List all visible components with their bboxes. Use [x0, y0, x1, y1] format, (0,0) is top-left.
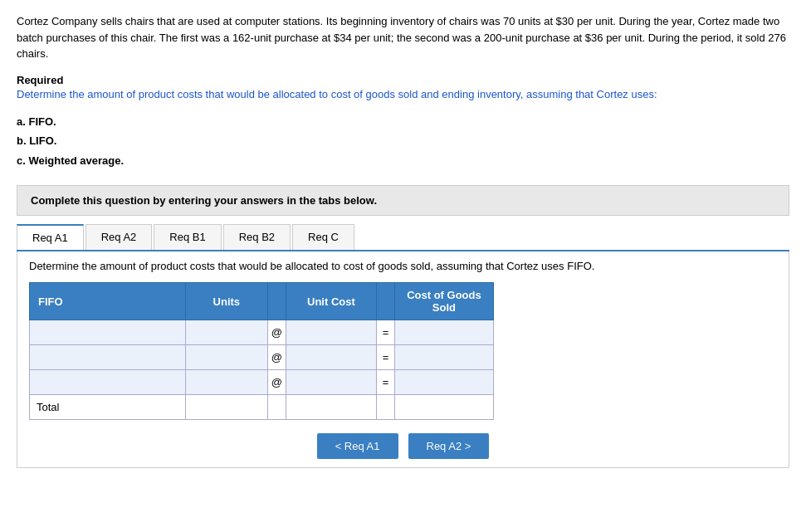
row2-units-input[interactable] [186, 345, 267, 369]
total-cogs-input[interactable] [395, 395, 493, 419]
row3-at: @ [267, 370, 286, 395]
tab-req-c[interactable]: Req C [292, 224, 354, 250]
row1-at: @ [267, 320, 286, 345]
list-b-label: b. LIFO. [17, 134, 56, 147]
list-section: a. FIFO. b. LIFO. c. Weighted average. [17, 112, 789, 170]
tab-content-area: Determine the amount of product costs th… [17, 251, 789, 468]
row1-cogs-input[interactable] [395, 320, 493, 344]
prev-button[interactable]: < Req A1 [317, 433, 398, 459]
row2-cogs-input[interactable] [395, 345, 493, 369]
row3-units-cell [185, 370, 267, 395]
total-units-input[interactable] [186, 395, 267, 419]
row2-fifo-input[interactable] [30, 345, 185, 369]
tab-req-b2[interactable]: Req B2 [223, 224, 291, 250]
row2-cogs-cell [394, 345, 493, 370]
header-unit-cost: Unit Cost [286, 283, 376, 320]
row3-fifo-cell [30, 370, 186, 395]
row1-units-cell [185, 320, 267, 345]
header-fifo: FIFO [30, 283, 186, 320]
row3-cogs-cell [394, 370, 493, 395]
row1-eq: = [376, 320, 394, 345]
row3-unitcost-input[interactable] [286, 370, 376, 394]
row2-at: @ [267, 345, 286, 370]
row1-unitcost-input[interactable] [286, 320, 376, 344]
tab-req-b1[interactable]: Req B1 [154, 224, 221, 250]
required-label: Required [17, 74, 789, 86]
fifo-table: FIFO Units Unit Cost Cost of Goods Sold … [29, 282, 494, 420]
total-eq [376, 395, 394, 420]
total-unitcost-input[interactable] [286, 395, 376, 419]
header-cogs: Cost of Goods Sold [394, 283, 493, 320]
row2-unitcost-cell [286, 345, 376, 370]
total-row: Total [30, 395, 494, 420]
row1-fifo-cell [30, 320, 186, 345]
list-item-c: c. Weighted average. [17, 151, 789, 170]
table-row: @ = [30, 345, 494, 370]
row3-eq: = [376, 370, 394, 395]
next-button[interactable]: Req A2 > [408, 433, 490, 459]
table-row: @ = [30, 320, 494, 345]
row2-units-cell [185, 345, 267, 370]
table-row: @ = [30, 370, 494, 395]
instruction-text: Complete this question by entering your … [31, 194, 377, 207]
row2-eq: = [376, 345, 394, 370]
tab-req-a2[interactable]: Req A2 [85, 224, 153, 250]
row1-fifo-input[interactable] [30, 320, 185, 344]
total-cogs-cell [394, 395, 493, 420]
list-item-b: b. LIFO. [17, 131, 789, 150]
row1-units-input[interactable] [186, 320, 267, 344]
list-c-label: c. Weighted average. [17, 154, 124, 167]
tabs-bar: Req A1 Req A2 Req B1 Req B2 Req C [17, 224, 789, 251]
tab-description: Determine the amount of product costs th… [29, 260, 777, 272]
row1-cogs-cell [394, 320, 493, 345]
row3-fifo-input[interactable] [30, 370, 185, 394]
row1-unitcost-cell [286, 320, 376, 345]
total-at [267, 395, 286, 420]
intro-text: Cortez Company sells chairs that are use… [17, 13, 789, 62]
header-at [267, 283, 286, 320]
instruction-box: Complete this question by entering your … [17, 185, 789, 216]
total-unitcost-cell [286, 395, 376, 420]
row2-fifo-cell [30, 345, 186, 370]
list-a-label: a. FIFO. [17, 115, 56, 128]
required-desc: Determine the amount of product costs th… [17, 86, 789, 103]
row2-unitcost-input[interactable] [286, 345, 376, 369]
list-item-a: a. FIFO. [17, 112, 789, 131]
total-label: Total [30, 395, 186, 420]
nav-buttons: < Req A1 Req A2 > [29, 433, 777, 459]
total-units-cell [185, 395, 267, 420]
header-eq [376, 283, 394, 320]
row3-cogs-input[interactable] [395, 370, 493, 394]
row3-unitcost-cell [286, 370, 376, 395]
required-section: Required Determine the amount of product… [17, 74, 789, 103]
header-units: Units [185, 283, 267, 320]
row3-units-input[interactable] [186, 370, 267, 394]
tab-req-a1[interactable]: Req A1 [17, 224, 84, 250]
